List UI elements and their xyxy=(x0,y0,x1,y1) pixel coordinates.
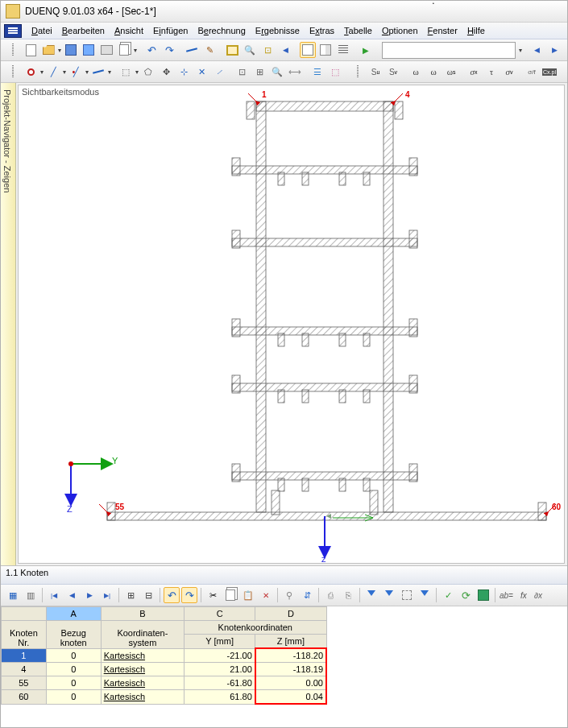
select-poly-button[interactable]: ⬠ xyxy=(140,64,156,80)
tbl-btn-grid[interactable]: ▦ xyxy=(5,587,21,603)
tbl-btn-cols[interactable]: ▥ xyxy=(23,587,39,603)
omega-button[interactable] xyxy=(408,64,424,80)
tbl-delete[interactable] xyxy=(258,587,274,603)
tbl-ab-label[interactable]: ab= xyxy=(500,591,513,600)
point-element-button[interactable]: •╱ xyxy=(68,64,84,80)
col-b[interactable]: B xyxy=(101,607,184,621)
split-view-button[interactable] xyxy=(317,42,334,58)
tbl-undo[interactable] xyxy=(164,587,180,603)
vis-1[interactable]: ☰ xyxy=(309,64,325,80)
menu-fenster[interactable]: Fenster xyxy=(423,24,462,37)
save-button[interactable] xyxy=(63,42,79,58)
divide-button[interactable]: ⊹ xyxy=(176,64,192,80)
undo-button[interactable] xyxy=(143,42,160,58)
vis-2[interactable]: ⬚ xyxy=(327,64,343,80)
tbl-next[interactable] xyxy=(81,587,97,603)
menu-berechnung[interactable]: Berechnung xyxy=(193,24,250,37)
next-case-button[interactable] xyxy=(546,42,562,58)
tbl-first[interactable] xyxy=(46,587,62,603)
single-view-button[interactable] xyxy=(300,42,316,58)
tbl-export[interactable]: ⎘ xyxy=(340,587,356,603)
tbl-filter-2[interactable] xyxy=(381,587,397,603)
tbl-filter-4[interactable] xyxy=(417,587,433,603)
element-button[interactable]: ╱ xyxy=(45,64,61,80)
find-button[interactable] xyxy=(269,64,285,80)
zoom-extents-button[interactable]: ⊡ xyxy=(259,42,276,58)
tbl-dx[interactable]: ∂x xyxy=(534,591,542,600)
list-view-button[interactable] xyxy=(335,42,351,58)
new-button[interactable] xyxy=(23,42,39,58)
tbl-paste[interactable]: 📋 xyxy=(240,587,256,603)
tbl-del[interactable]: ⊟ xyxy=(140,587,156,603)
nodes-table[interactable]: A B C D KnotenNr. Bezugknoten Koordinate… xyxy=(1,606,327,705)
open-button[interactable] xyxy=(40,42,56,58)
measure-button[interactable] xyxy=(184,42,200,58)
zoom-window-button[interactable] xyxy=(224,42,240,58)
menu-extras[interactable]: Extras xyxy=(305,24,339,37)
move-button[interactable]: ✥ xyxy=(158,64,174,80)
col-a[interactable]: A xyxy=(46,607,101,621)
sigma-x-button[interactable]: x xyxy=(466,64,482,80)
omega-dot-button[interactable]: • xyxy=(425,64,442,80)
tbl-reload[interactable] xyxy=(458,587,474,603)
col-c[interactable]: C xyxy=(184,607,255,621)
app-menu-logo[interactable] xyxy=(4,24,22,38)
print-report-button[interactable] xyxy=(116,42,132,58)
annotate-button[interactable]: ✎ xyxy=(201,42,218,58)
prev-view-button[interactable] xyxy=(277,42,293,58)
tbl-find[interactable]: ⚲ xyxy=(281,587,297,603)
tbl-sort[interactable]: ⇵ xyxy=(299,587,315,603)
model-viewport[interactable]: Sichtbarkeitsmodus xyxy=(18,85,565,564)
sv-button[interactable]: v xyxy=(385,64,401,80)
navigator-tab[interactable]: Projekt-Navigator - Zeigen xyxy=(1,83,16,565)
tbl-last[interactable] xyxy=(99,587,115,603)
tbl-excel[interactable] xyxy=(475,587,491,603)
save-as-button[interactable] xyxy=(81,42,97,58)
col-d[interactable]: D xyxy=(255,607,326,621)
node-60-label: 60 xyxy=(552,503,561,511)
menu-bearbeiten[interactable]: Bearbeiten xyxy=(57,24,110,37)
tbl-filter-3[interactable] xyxy=(399,587,415,603)
snap-1[interactable]: ⊡ xyxy=(234,64,250,80)
sigma-v-button[interactable]: v xyxy=(501,64,517,80)
select-button[interactable]: ⬚ xyxy=(118,64,134,80)
menu-datei[interactable]: Datei xyxy=(27,24,57,37)
su-button[interactable]: u xyxy=(367,64,384,80)
menu-ansicht[interactable]: Ansicht xyxy=(110,24,148,37)
calculate-button[interactable] xyxy=(358,42,374,58)
tbl-check[interactable]: ✓ xyxy=(440,587,456,603)
stress-ratio-button[interactable]: σ/f xyxy=(524,64,540,80)
tbl-ins[interactable]: ⊞ xyxy=(122,587,139,603)
table-grid[interactable]: A B C D KnotenNr. Bezugknoten Koordinate… xyxy=(1,606,567,727)
tbl-cut[interactable]: ✂ xyxy=(205,587,221,603)
extend-button[interactable]: ⟋ xyxy=(211,64,227,80)
snap-2[interactable]: ⊞ xyxy=(251,64,267,80)
print-button[interactable] xyxy=(98,42,114,58)
loadcase-selector[interactable] xyxy=(382,42,516,59)
grip-icon[interactable] xyxy=(350,64,366,80)
prev-case-button[interactable] xyxy=(529,42,545,58)
intersect-button[interactable]: ✕ xyxy=(193,64,209,80)
tbl-import[interactable]: ⎙ xyxy=(322,587,338,603)
tbl-redo[interactable] xyxy=(181,587,197,603)
menu-hilfe[interactable]: Hilfe xyxy=(462,24,490,37)
tbl-filter-1[interactable] xyxy=(363,587,379,603)
zoom-button[interactable] xyxy=(242,42,258,58)
grip-icon[interactable] xyxy=(5,42,21,58)
tbl-prev[interactable] xyxy=(64,587,80,603)
menu-ergebnisse[interactable]: Ergebnisse xyxy=(251,24,305,37)
dim-button[interactable]: ⟷ xyxy=(287,64,303,80)
cxpl-button[interactable]: Cx.pl xyxy=(541,64,558,80)
node-button[interactable] xyxy=(23,64,39,80)
menu-tabelle[interactable]: Tabelle xyxy=(339,24,377,37)
tbl-copy[interactable] xyxy=(222,587,238,603)
color-btn[interactable] xyxy=(564,64,567,80)
grip-icon[interactable] xyxy=(5,64,21,80)
tau-button[interactable] xyxy=(483,64,500,80)
menu-einfuegen[interactable]: Einfügen xyxy=(148,24,193,37)
redo-button[interactable] xyxy=(161,42,177,58)
line-button[interactable] xyxy=(90,64,106,80)
omega-s-button[interactable]: s xyxy=(443,64,459,80)
tbl-fx[interactable] xyxy=(516,587,532,603)
menu-optionen[interactable]: Optionen xyxy=(377,24,423,37)
